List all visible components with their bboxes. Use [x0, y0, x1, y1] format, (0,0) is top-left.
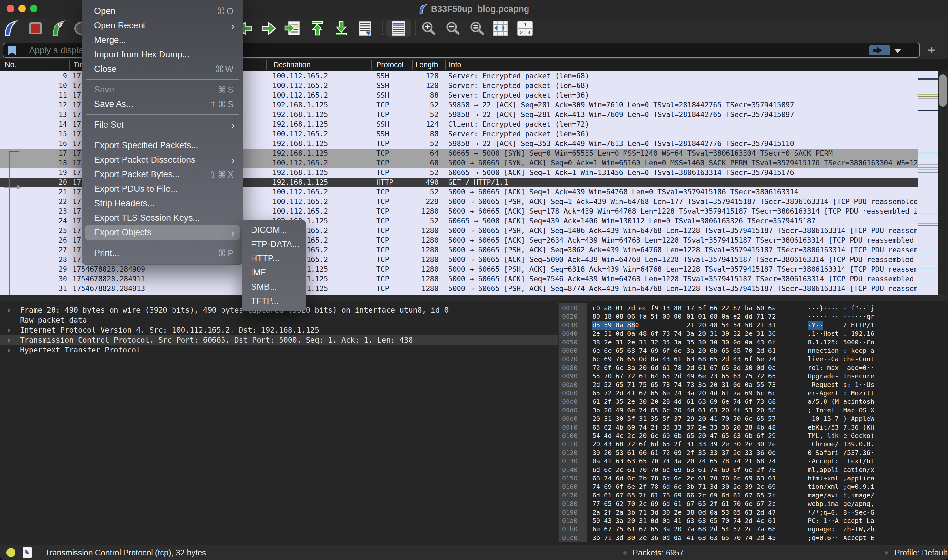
layout-123-button[interactable]: 1 2 3	[516, 20, 533, 37]
menu-item-export-specified-packets[interactable]: Export Specified Packets...	[82, 138, 243, 153]
hex-row-00f0[interactable]: 00f065 62 4b 69 74 2f 35 3337 2e 33 36 2…	[559, 423, 948, 432]
menu-item-close[interactable]: Close⌘W	[82, 62, 243, 76]
zoom-out-icon	[445, 21, 461, 36]
hex-row-00d0[interactable]: 00d03b 20 49 6e 74 65 6c 204d 61 63 20 4…	[559, 406, 948, 415]
hex-row-0190[interactable]: 01902a 2f 2a 3b 71 3d 30 2e38 0d 0a 53 6…	[559, 508, 948, 517]
hex-row-01b0[interactable]: 01b06e 67 75 61 67 65 3a 207a 68 2d 54 5…	[559, 525, 948, 534]
packet-row-30[interactable]: 301754678828.284911192.168.1.125TCP12805…	[0, 274, 938, 284]
hex-row-0120[interactable]: 012030 20 53 61 66 61 72 692f 35 33 37 2…	[559, 449, 948, 457]
go-to-bottom-button[interactable]	[333, 20, 350, 37]
menu-item-save[interactable]: Save⌘S	[82, 83, 243, 97]
menu-item-export-packet-dissections[interactable]: Export Packet Dissections›	[82, 153, 243, 167]
column-header-dest[interactable]: Destination	[273, 58, 310, 71]
zoom-reset-button[interactable]	[469, 20, 486, 37]
hex-row-0100[interactable]: 010054 4d 4c 2c 20 6c 69 6b65 20 47 65 6…	[559, 431, 948, 440]
column-header-info[interactable]: Info	[449, 58, 461, 71]
hex-row-0040[interactable]: 00402e 31 0d 0a 48 6f 73 743a 20 31 39 3…	[559, 329, 948, 338]
hex-row-00c0[interactable]: 00c061 2f 35 2e 30 20 28 4d61 63 69 6e 7…	[559, 397, 948, 406]
hex-row-0020[interactable]: 002080 18 08 06 fa 5f 00 0001 01 08 0a e…	[559, 312, 948, 321]
menu-item-strip-headers[interactable]: Strip Headers...	[82, 196, 243, 211]
menu-item-import-from-hex-dump[interactable]: Import from Hex Dump...	[82, 48, 243, 62]
cell-info: 60665 → 5000 [SYN] Seq=0 Win=65535 Len=0…	[448, 149, 917, 158]
hex-row-0070[interactable]: 00706c 69 76 65 0d 0a 43 6163 68 65 2d 4…	[559, 355, 948, 363]
packet-row-29[interactable]: 291754678828.284909192.168.1.125TCP12805…	[0, 265, 938, 274]
detail-row[interactable]: ›Transmission Control Protocol, Src Port…	[0, 335, 558, 345]
detail-row[interactable]: ›Hypertext Transfer Protocol	[0, 345, 558, 355]
zoom-in-button[interactable]	[421, 20, 437, 37]
submenu-item-tftp[interactable]: TFTP...	[242, 294, 306, 308]
expand-chevron-icon[interactable]: ›	[6, 305, 12, 315]
resize-columns-button[interactable]	[492, 20, 509, 37]
hex-bytes-group2: 63 63 65 70 74 2d 4c 61	[686, 517, 776, 525]
filter-dropdown-caret[interactable]	[894, 49, 901, 53]
menu-item-export-pdus-to-file[interactable]: Export PDUs to File...	[82, 182, 243, 196]
hex-row-0130[interactable]: 01300a 41 63 63 65 70 74 3a20 74 65 78 7…	[559, 457, 948, 466]
hex-row-0140[interactable]: 01406d 6c 2c 61 70 70 6c 6963 61 74 69 6…	[559, 466, 948, 474]
submenu-item-smb[interactable]: SMB...	[242, 280, 306, 294]
svg-text:↺: ↺	[57, 21, 63, 28]
expert-info-icon[interactable]	[6, 548, 15, 557]
column-header-len[interactable]: Length	[415, 58, 438, 71]
hex-row-0010[interactable]: 0010c0 a8 01 7d ec f9 13 8817 5f 66 22 8…	[559, 304, 948, 312]
stop-capture-button[interactable]	[27, 20, 44, 37]
hex-row-0080[interactable]: 008072 6f 6c 3a 20 6d 61 782d 61 67 65 3…	[559, 363, 948, 372]
start-capture-button[interactable]	[3, 20, 19, 37]
menu-item-export-objects[interactable]: Export Objects›	[85, 225, 240, 240]
packet-list-scrollbar[interactable]	[938, 71, 948, 295]
go-to-top-button[interactable]	[309, 20, 326, 37]
packet-row-32[interactable]: 321754678828.284915192.168.1.125TCP12805…	[0, 294, 938, 295]
capture-comment-icon[interactable]: ✎	[23, 547, 32, 558]
go-to-packet-button[interactable]	[284, 20, 301, 37]
submenu-item-dicom[interactable]: DICOM...	[242, 223, 306, 237]
restart-capture-button[interactable]: ↺	[50, 20, 67, 37]
menu-item-open[interactable]: Open⌘O	[82, 4, 243, 18]
hex-row-01a0[interactable]: 01a050 43 3a 20 31 0d 0a 4163 63 65 70 7…	[559, 517, 948, 525]
hex-row-00e0[interactable]: 00e020 31 30 5f 31 35 5f 3729 20 41 70 7…	[559, 414, 948, 423]
hex-row-0060[interactable]: 00606e 6e 65 63 74 69 6f 6e3a 20 6b 65 6…	[559, 346, 948, 355]
menu-item-open-recent[interactable]: Open Recent›	[82, 18, 243, 33]
submenu-item-http[interactable]: HTTP...	[242, 251, 306, 266]
cell-info: GET / HTTP/1.1	[448, 177, 917, 187]
column-header-no[interactable]: No.	[5, 58, 17, 71]
hex-row-00b0[interactable]: 00b065 72 2d 41 67 65 6e 743a 20 4d 6f 7…	[559, 389, 948, 398]
hex-row-0180[interactable]: 018077 65 62 70 2c 69 6d 6167 65 2f 61 7…	[559, 499, 948, 508]
menu-item-export-packet-bytes[interactable]: Export Packet Bytes...⇧⌘X	[82, 167, 243, 182]
hex-row-0110[interactable]: 011020 43 68 72 6f 6d 65 2f31 33 39 2e 3…	[559, 440, 948, 449]
hex-row-0030[interactable]: 0030d5 59 8a 88 47 45 54 202f 20 48 54 5…	[559, 321, 948, 329]
auto-scroll-button[interactable]	[357, 20, 373, 37]
cell-dest: 100.112.165.2	[273, 81, 369, 91]
packet-row-31[interactable]: 311754678828.284913192.168.1.125TCP12805…	[0, 284, 938, 294]
filter-bookmark-button[interactable]	[3, 43, 21, 57]
hex-row-01c0[interactable]: 01c03b 71 3d 30 2e 36 0d 0a41 63 63 65 7…	[559, 534, 948, 542]
apply-filter-button[interactable]	[869, 45, 890, 55]
status-profile[interactable]: Profile: Default	[894, 545, 947, 560]
submenu-item-ftp-data[interactable]: FTP-DATA...	[242, 237, 306, 251]
menu-item-save-as[interactable]: Save As...⇧⌘S	[82, 97, 243, 111]
expand-chevron-icon[interactable]: ›	[6, 345, 12, 355]
next-packet-button[interactable]	[261, 20, 277, 37]
menu-item-print[interactable]: Print...⌘P	[82, 246, 243, 260]
hex-bytes-group2: 17 5f 66 22 87 ba 60 6a	[686, 304, 776, 312]
menu-item-file-set[interactable]: File Set›	[82, 118, 243, 132]
hex-row-00a0[interactable]: 00a02d 52 65 71 75 65 73 7473 3a 20 31 0…	[559, 380, 948, 389]
hex-row-0090[interactable]: 009055 70 67 72 61 64 65 2d49 6e 73 65 6…	[559, 372, 948, 380]
scrollbar-thumb[interactable]	[939, 74, 947, 107]
submenu-item-imf[interactable]: IMF...	[242, 266, 306, 280]
menu-item-merge[interactable]: Merge...	[82, 33, 243, 48]
hex-bytes-group2: 3a 20 31 39 32 2e 31 36	[686, 329, 776, 338]
intelligent-scrollbar-minimap[interactable]	[918, 71, 938, 295]
colorize-packets-button[interactable]	[386, 20, 411, 37]
hex-row-0050[interactable]: 005038 2e 31 2e 31 32 35 3a35 30 30 30 0…	[559, 338, 948, 347]
add-filter-button[interactable]: +	[928, 42, 935, 58]
detail-row[interactable]: Raw packet data	[0, 315, 558, 325]
column-header-proto[interactable]: Protocol	[376, 58, 403, 71]
hex-row-0150[interactable]: 015068 74 6d 6c 2b 78 6d 6c2c 61 70 70 6…	[559, 474, 948, 483]
hex-row-0170[interactable]: 01706d 61 67 65 2f 61 76 6966 2c 69 6d 6…	[559, 491, 948, 500]
menu-item-export-tls-session-keys[interactable]: Export TLS Session Keys...	[82, 211, 243, 225]
hex-row-0160[interactable]: 016074 69 6f 6e 2f 78 6d 6c3b 71 3d 30 2…	[559, 482, 948, 491]
expand-chevron-icon[interactable]: ›	[6, 325, 12, 335]
detail-row[interactable]: ›Internet Protocol Version 4, Src: 100.1…	[0, 325, 558, 335]
expand-chevron-icon[interactable]: ›	[6, 335, 12, 345]
hex-bytes-group1: 72 6f 6c 3a 20 6d 61 78	[592, 363, 682, 372]
zoom-out-button[interactable]	[445, 20, 461, 37]
